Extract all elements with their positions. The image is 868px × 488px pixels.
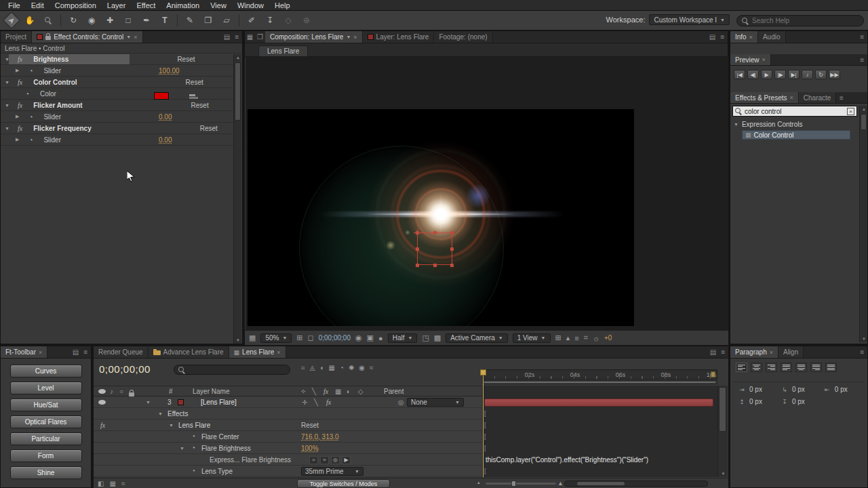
space-after-field[interactable]: ↧0 px xyxy=(780,398,805,405)
effects-group-label[interactable]: Effects xyxy=(167,410,188,418)
column-hash[interactable]: # xyxy=(169,388,173,395)
selection-handle[interactable] xyxy=(416,231,419,235)
hide-shy-icon[interactable]: ◖ xyxy=(319,364,323,372)
ram-preview-button[interactable]: ▶▶ xyxy=(829,70,840,79)
twirl-down-icon[interactable]: ▼ xyxy=(734,122,738,127)
tree-item-row[interactable]: ▦ Color Control xyxy=(730,129,867,140)
effects-search-field[interactable]: × xyxy=(732,106,857,117)
scroll-down-icon[interactable]: ▼ xyxy=(718,472,728,476)
snapshot-icon[interactable]: ◉ xyxy=(355,333,362,342)
panel-menu-icon[interactable]: ≡ xyxy=(81,346,91,358)
effect-header-row[interactable]: ▼ fx Flicker Amount Reset About... xyxy=(1,100,242,111)
property-label[interactable]: Lens Type xyxy=(201,468,233,475)
field-value[interactable]: 0 px xyxy=(749,386,762,393)
type-tool-icon[interactable]: T xyxy=(159,14,171,26)
zoom-in-icon[interactable]: ▲ xyxy=(557,480,564,487)
scrollbar-vertical[interactable]: ▼ xyxy=(717,386,728,477)
fx-badge-icon[interactable]: fx xyxy=(18,56,22,63)
right-indent-field[interactable]: ⇤0 px xyxy=(823,386,848,393)
effect-header-row[interactable]: ▼ fx Flicker Frequency Reset About... xyxy=(1,123,242,134)
left-indent-field[interactable]: ⇥0 px xyxy=(737,386,762,393)
panel-frame-icon[interactable]: ▤ xyxy=(708,346,718,358)
layer-name[interactable]: [Lens Flare] xyxy=(201,399,237,406)
effect-name[interactable]: Flicker Frequency xyxy=(33,125,92,132)
panel-menu-icon[interactable]: ≡ xyxy=(857,54,867,65)
twirl-down-icon[interactable]: ▼ xyxy=(5,80,9,85)
first-frame-button[interactable]: |◀ xyxy=(734,70,745,79)
twirl-down-icon[interactable]: ▼ xyxy=(158,411,163,416)
time-ruler[interactable]: 02s 04s 06s 08s 10s xyxy=(482,369,717,380)
roto-brush-tool-icon[interactable]: ✐ xyxy=(245,14,258,26)
level-button[interactable]: Level xyxy=(10,382,82,394)
parent-pickwhip-icon[interactable]: ◎ xyxy=(398,399,404,406)
menu-help[interactable]: Help xyxy=(269,1,296,9)
stopwatch-icon[interactable]: ◔ xyxy=(28,113,33,121)
graph-editor-toggle-icon[interactable]: ≈ xyxy=(121,480,125,487)
clone-stamp-tool-icon[interactable]: ❐ xyxy=(202,14,214,26)
graph-editor-icon[interactable]: ≈ xyxy=(370,364,374,372)
effects-search-input[interactable] xyxy=(745,108,844,115)
frame-blend-toggle-icon[interactable]: ▦ xyxy=(109,480,115,487)
fx-badge-icon[interactable]: fx xyxy=(18,79,22,86)
color-swatch[interactable] xyxy=(154,92,169,100)
auto-keyframe-icon[interactable]: ◉ xyxy=(359,364,365,372)
subtab-lens-flare[interactable]: Lens Flare xyxy=(258,45,308,56)
fx-badge-icon[interactable]: fx xyxy=(18,125,22,132)
eye-icon[interactable] xyxy=(98,400,106,405)
next-frame-button[interactable]: |▶ xyxy=(774,70,786,79)
eraser-tool-icon[interactable]: ▱ xyxy=(220,14,233,26)
property-label[interactable]: Flare Center xyxy=(201,433,239,441)
param-value[interactable]: 0.00 xyxy=(159,113,172,121)
expression-language-menu-icon[interactable]: ▶ xyxy=(342,456,351,464)
zoom-tool-icon[interactable] xyxy=(42,14,54,26)
scrollbar-thumb[interactable] xyxy=(235,62,241,121)
optical-flares-button[interactable]: Optical Flares xyxy=(10,415,82,428)
effect-name[interactable]: Color Control xyxy=(33,79,77,86)
close-icon[interactable]: × xyxy=(39,349,42,356)
scrollbar-thumb[interactable] xyxy=(719,387,726,432)
rotation-tool-icon[interactable]: ↻ xyxy=(67,14,79,26)
scrollbar-horizontal[interactable] xyxy=(564,481,708,487)
fx-switch-icon[interactable]: fx xyxy=(326,399,331,406)
tab-preview[interactable]: Preview × xyxy=(730,54,771,65)
effect-name[interactable]: Brightness xyxy=(33,56,68,63)
fx-badge-icon[interactable]: fx xyxy=(18,102,22,109)
panel-grid-icon[interactable]: ▦ xyxy=(249,333,256,342)
pixel-aspect-icon[interactable]: ⊞ xyxy=(555,333,561,342)
scrollbar-vertical[interactable]: ▲ ▼ xyxy=(859,106,867,342)
resolution-dropdown[interactable]: Half▼ xyxy=(388,333,418,343)
justify-last-center-button[interactable] xyxy=(795,363,807,372)
play-button[interactable]: ▶ xyxy=(761,70,772,79)
quality-switch-icon[interactable]: ✛ xyxy=(302,399,307,406)
menu-effect[interactable]: Effect xyxy=(131,1,161,9)
param-value[interactable]: 0.00 xyxy=(159,136,172,144)
parent-dropdown[interactable]: None ▼ xyxy=(407,398,464,407)
selection-handle[interactable] xyxy=(450,247,454,251)
scroll-up-icon[interactable]: ▲ xyxy=(860,107,868,111)
property-value[interactable]: 716.0, 313.0 xyxy=(301,433,339,441)
scrollbar-thumb[interactable] xyxy=(577,482,625,485)
frame-blending-icon[interactable]: ▦ xyxy=(328,364,334,372)
scroll-down-icon[interactable]: ▼ xyxy=(234,338,242,342)
effect-header-row[interactable]: ▼ fx Color Control Reset About... xyxy=(1,77,242,88)
selection-handle[interactable] xyxy=(416,247,419,251)
tab-ft-toolbar[interactable]: Ft-Toolbar × xyxy=(1,346,47,358)
twirl-down-icon[interactable]: ▼ xyxy=(5,126,9,131)
property-row[interactable]: ▼ ◔ Flare Brightness 100% xyxy=(94,443,482,454)
workspace-dropdown[interactable]: Custom Workspace I ▼ xyxy=(649,14,730,25)
selection-tool-icon[interactable]: ➤ xyxy=(3,12,20,28)
effect-name[interactable]: Lens Flare xyxy=(178,422,210,429)
view-layout-dropdown[interactable]: 1 View▼ xyxy=(513,333,551,343)
chevron-down-icon[interactable]: ▼ xyxy=(126,35,131,39)
close-icon[interactable]: × xyxy=(134,34,137,41)
previous-frame-button[interactable]: ◀| xyxy=(747,70,759,79)
timeline-search-input[interactable] xyxy=(188,366,276,373)
expand-layers-icon[interactable]: ◧ xyxy=(98,480,104,487)
tab-audio[interactable]: Audio xyxy=(758,31,786,43)
playhead-line[interactable] xyxy=(483,369,484,477)
loop-button[interactable]: ↻ xyxy=(815,70,827,79)
property-row[interactable]: ◔ Flare Center 716.0, 313.0 xyxy=(94,431,482,443)
last-frame-button[interactable]: ▶| xyxy=(788,70,800,79)
tab-layer[interactable]: Layer: Lens Flare xyxy=(363,31,435,43)
layer-row[interactable]: ▼ 3 [Lens Flare] ✛ ╲ fx ◎ None ▼ xyxy=(94,396,482,408)
